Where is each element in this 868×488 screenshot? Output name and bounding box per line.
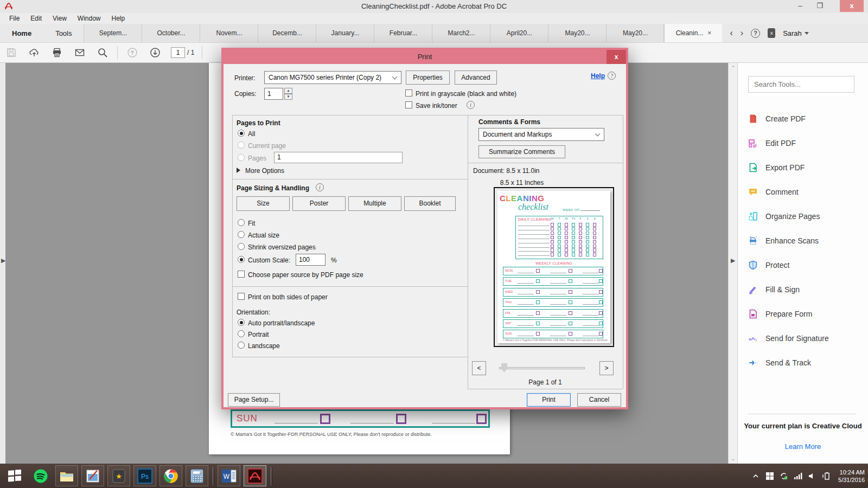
expand-right-panel-icon[interactable]: ▶ xyxy=(731,257,735,264)
poster-button[interactable]: Poster xyxy=(292,196,346,211)
tab-tools[interactable]: Tools xyxy=(43,24,84,42)
both-sides-checkbox[interactable] xyxy=(238,293,245,300)
copies-increment-button[interactable]: ▲ xyxy=(284,88,292,94)
close-button[interactable]: x xyxy=(840,0,864,12)
sidebar-item-edit-pdf[interactable]: Edit PDF xyxy=(748,136,862,150)
tab-doc-0[interactable]: Septem... xyxy=(84,24,142,42)
menu-edit[interactable]: Edit xyxy=(25,14,47,23)
sync-tray-icon[interactable] xyxy=(780,472,788,480)
learn-more-link[interactable]: Learn More xyxy=(743,442,863,451)
comments-forms-select[interactable]: Document and Markups xyxy=(478,128,604,141)
custom-scale-radio[interactable] xyxy=(238,256,245,263)
print-dialog-header[interactable]: Print x xyxy=(224,50,626,64)
preview-prev-button[interactable]: < xyxy=(472,361,486,375)
advanced-button[interactable]: Advanced xyxy=(455,70,497,85)
scroll-up-icon[interactable]: ⌃ xyxy=(729,65,738,70)
restore-button[interactable]: ❐ xyxy=(812,0,828,12)
search-icon[interactable] xyxy=(97,47,108,58)
tab-doc-7[interactable]: April20... xyxy=(490,24,548,42)
sidebar-item-fill-sign[interactable]: Fill & Sign xyxy=(748,282,862,297)
tab-doc-1[interactable]: October... xyxy=(142,24,200,42)
previous-page-icon[interactable] xyxy=(127,47,138,58)
taskbar-explorer-button[interactable] xyxy=(55,465,78,486)
menu-window[interactable]: Window xyxy=(73,14,106,23)
scroll-down-icon[interactable]: ⌄ xyxy=(729,456,738,461)
next-page-icon[interactable] xyxy=(150,47,161,58)
tab-doc-9[interactable]: May20... xyxy=(606,24,664,42)
preview-next-button[interactable]: > xyxy=(599,361,614,375)
properties-button[interactable]: Properties xyxy=(406,70,450,85)
mobile-icon[interactable]: x xyxy=(768,28,775,38)
tab-doc-5[interactable]: Februar... xyxy=(374,24,432,42)
tab-doc-2[interactable]: Novem... xyxy=(200,24,258,42)
taskbar-word-button[interactable]: W xyxy=(218,465,240,486)
paper-source-checkbox[interactable] xyxy=(238,271,245,278)
taskbar-chrome-button[interactable] xyxy=(159,465,182,486)
user-menu[interactable]: Sarah xyxy=(783,29,816,37)
taskbar-photoshop-button[interactable]: Ps xyxy=(133,465,156,486)
copies-input[interactable]: 1 xyxy=(264,88,283,100)
menu-file[interactable]: File xyxy=(4,14,24,23)
cancel-button[interactable]: Cancel xyxy=(577,393,621,407)
tray-expand-icon[interactable] xyxy=(751,472,760,480)
grayscale-checkbox[interactable] xyxy=(405,89,412,97)
sidebar-item-comment[interactable]: Comment xyxy=(748,185,862,199)
sidebar-item-send-track[interactable]: Send & Track xyxy=(748,356,862,370)
more-options-expander-icon[interactable] xyxy=(237,168,240,173)
tray-clock[interactable]: 10:24 AM 5/31/2016 xyxy=(836,468,865,484)
network-signal-icon[interactable] xyxy=(794,472,802,480)
copies-decrement-button[interactable]: ▼ xyxy=(284,94,292,100)
portrait-radio[interactable] xyxy=(238,330,245,337)
taskbar-spotify-button[interactable] xyxy=(29,465,52,486)
help-info-icon[interactable]: ? xyxy=(608,72,616,80)
pages-range-input[interactable]: 1 xyxy=(274,152,403,163)
sizing-info-icon[interactable]: i xyxy=(316,183,324,191)
tab-home[interactable]: Home xyxy=(0,24,43,42)
save-ink-info-icon[interactable]: i xyxy=(467,101,475,109)
minimize-button[interactable]: – xyxy=(792,0,808,12)
sidebar-item-organize-pages[interactable]: Organize Pages xyxy=(748,209,862,223)
tab-doc-8[interactable]: May20... xyxy=(548,24,606,42)
email-icon[interactable] xyxy=(74,47,85,58)
save-ink-checkbox[interactable] xyxy=(405,101,412,108)
dialog-close-button[interactable]: x xyxy=(607,50,626,64)
nav-forward-icon[interactable]: › xyxy=(741,28,743,38)
fit-radio[interactable] xyxy=(238,219,245,226)
taskbar-acrobat-button[interactable] xyxy=(244,465,266,486)
preview-slider-track[interactable] xyxy=(499,367,585,369)
help-icon[interactable]: ? xyxy=(751,29,760,38)
booklet-button[interactable]: Booklet xyxy=(404,196,456,211)
print-icon[interactable] xyxy=(52,47,62,58)
tab-cleaningchecklist[interactable]: Cleanin... × xyxy=(664,24,722,42)
page-number-input[interactable]: 1 xyxy=(171,47,185,58)
volume-icon[interactable] xyxy=(808,472,816,480)
more-options-label[interactable]: More Options xyxy=(245,167,284,175)
sidebar-item-create-pdf[interactable]: Create PDF xyxy=(748,112,862,126)
tab-doc-4[interactable]: January... xyxy=(316,24,374,42)
sidebar-item-send-for-signature[interactable]: Send for Signature xyxy=(748,331,862,345)
pages-range-radio[interactable] xyxy=(238,154,245,161)
battery-icon[interactable] xyxy=(822,472,831,480)
help-link[interactable]: Help xyxy=(591,72,605,80)
summarize-comments-button[interactable]: Summarize Comments xyxy=(478,145,565,158)
preview-slider-thumb[interactable] xyxy=(501,363,507,373)
actual-size-radio[interactable] xyxy=(238,231,245,238)
taskbar-paint-button[interactable] xyxy=(81,465,104,486)
multiple-button[interactable]: Multiple xyxy=(348,196,401,211)
taskbar-star-app-button[interactable]: ★ xyxy=(107,465,130,486)
size-button[interactable]: Size xyxy=(237,196,290,211)
landscape-radio[interactable] xyxy=(238,342,245,349)
tab-doc-3[interactable]: Decemb... xyxy=(258,24,316,42)
taskbar-start-button[interactable] xyxy=(3,465,26,486)
tab-close-icon[interactable]: × xyxy=(707,29,711,37)
pages-all-radio[interactable] xyxy=(238,130,245,137)
menu-view[interactable]: View xyxy=(48,14,72,23)
share-cloud-icon[interactable] xyxy=(29,47,40,58)
nav-back-icon[interactable]: ‹ xyxy=(730,28,732,38)
search-tools-input[interactable] xyxy=(748,76,854,93)
sidebar-item-export-pdf[interactable]: Export PDF xyxy=(748,160,862,175)
print-button[interactable]: Print xyxy=(527,393,571,407)
pages-current-radio[interactable] xyxy=(238,142,245,149)
menu-help[interactable]: Help xyxy=(107,14,130,23)
custom-scale-input[interactable]: 100 xyxy=(296,254,326,266)
